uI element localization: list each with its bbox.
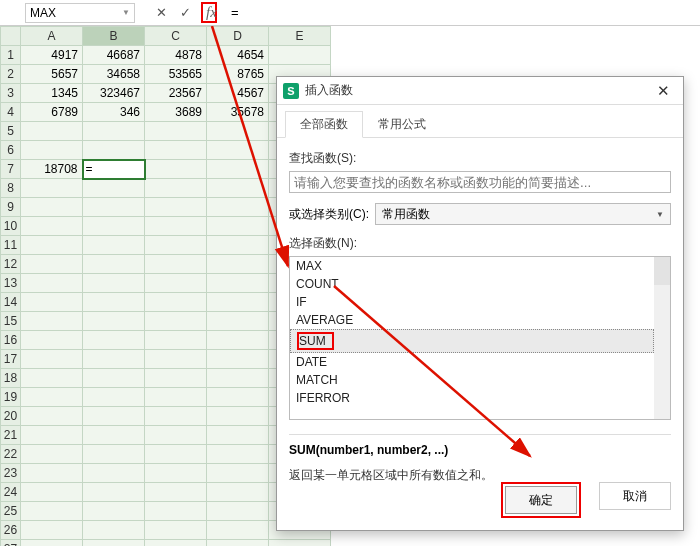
cancel-icon[interactable]: ✕ (153, 5, 169, 20)
cell-B19[interactable] (83, 388, 145, 407)
row-header-17[interactable]: 17 (1, 350, 21, 369)
formula-input[interactable] (225, 5, 700, 20)
cell-B3[interactable]: 323467 (83, 84, 145, 103)
cell-A26[interactable] (21, 521, 83, 540)
cell-D5[interactable] (207, 122, 269, 141)
cell-A23[interactable] (21, 464, 83, 483)
chevron-down-icon[interactable]: ▼ (122, 8, 130, 17)
cell-C27[interactable] (145, 540, 207, 547)
row-header-11[interactable]: 11 (1, 236, 21, 255)
cell-B18[interactable] (83, 369, 145, 388)
row-header-27[interactable]: 27 (1, 540, 21, 547)
cell-A15[interactable] (21, 312, 83, 331)
cell-D1[interactable]: 4654 (207, 46, 269, 65)
row-header-20[interactable]: 20 (1, 407, 21, 426)
row-header-18[interactable]: 18 (1, 369, 21, 388)
cell-C8[interactable] (145, 179, 207, 198)
function-item-count[interactable]: COUNT (290, 275, 654, 293)
function-item-if[interactable]: IF (290, 293, 654, 311)
cell-B10[interactable] (83, 217, 145, 236)
row-header-2[interactable]: 2 (1, 65, 21, 84)
cell-A25[interactable] (21, 502, 83, 521)
row-header-12[interactable]: 12 (1, 255, 21, 274)
cell-A1[interactable]: 4917 (21, 46, 83, 65)
row-header-7[interactable]: 7 (1, 160, 21, 179)
cell-A13[interactable] (21, 274, 83, 293)
cell-C10[interactable] (145, 217, 207, 236)
cell-A7[interactable]: 18708 (21, 160, 83, 179)
cell-B12[interactable] (83, 255, 145, 274)
cell-C17[interactable] (145, 350, 207, 369)
cell-D13[interactable] (207, 274, 269, 293)
cell-B24[interactable] (83, 483, 145, 502)
cell-A27[interactable] (21, 540, 83, 547)
cell-A3[interactable]: 1345 (21, 84, 83, 103)
cell-C14[interactable] (145, 293, 207, 312)
cell-B15[interactable] (83, 312, 145, 331)
function-item-sum[interactable]: SUM (290, 329, 654, 353)
row-header-3[interactable]: 3 (1, 84, 21, 103)
cell-A16[interactable] (21, 331, 83, 350)
cell-A17[interactable] (21, 350, 83, 369)
cell-D6[interactable] (207, 141, 269, 160)
cell-D8[interactable] (207, 179, 269, 198)
cell-B11[interactable] (83, 236, 145, 255)
cell-C3[interactable]: 23567 (145, 84, 207, 103)
row-header-10[interactable]: 10 (1, 217, 21, 236)
function-item-iferror[interactable]: IFERROR (290, 389, 654, 407)
spreadsheet[interactable]: A B C D E 149174668748784654256573465853… (0, 26, 700, 546)
cell-C5[interactable] (145, 122, 207, 141)
cell-E1[interactable] (269, 46, 331, 65)
cell-C2[interactable]: 53565 (145, 65, 207, 84)
row-header-5[interactable]: 5 (1, 122, 21, 141)
cell-B20[interactable] (83, 407, 145, 426)
cell-B22[interactable] (83, 445, 145, 464)
cell-C25[interactable] (145, 502, 207, 521)
cell-A22[interactable] (21, 445, 83, 464)
cell-C20[interactable] (145, 407, 207, 426)
cell-D24[interactable] (207, 483, 269, 502)
function-list[interactable]: MAXCOUNTIFAVERAGESUMDATEMATCHIFERROR (289, 256, 671, 420)
cell-D22[interactable] (207, 445, 269, 464)
cell-D17[interactable] (207, 350, 269, 369)
cell-D15[interactable] (207, 312, 269, 331)
cell-C21[interactable] (145, 426, 207, 445)
cell-D27[interactable] (207, 540, 269, 547)
cell-C23[interactable] (145, 464, 207, 483)
cell-C22[interactable] (145, 445, 207, 464)
cell-B17[interactable] (83, 350, 145, 369)
cell-D21[interactable] (207, 426, 269, 445)
row-header-19[interactable]: 19 (1, 388, 21, 407)
row-header-4[interactable]: 4 (1, 103, 21, 122)
cell-E27[interactable] (269, 540, 331, 547)
col-header-C[interactable]: C (145, 27, 207, 46)
cell-A2[interactable]: 5657 (21, 65, 83, 84)
cell-B23[interactable] (83, 464, 145, 483)
ok-button[interactable]: 确定 (505, 486, 577, 514)
cell-D19[interactable] (207, 388, 269, 407)
tab-all-functions[interactable]: 全部函数 (285, 111, 363, 138)
row-header-8[interactable]: 8 (1, 179, 21, 198)
cell-B16[interactable] (83, 331, 145, 350)
cell-D23[interactable] (207, 464, 269, 483)
accept-icon[interactable]: ✓ (177, 5, 193, 20)
cell-D26[interactable] (207, 521, 269, 540)
category-select[interactable]: 常用函数 ▼ (375, 203, 671, 225)
cell-D3[interactable]: 4567 (207, 84, 269, 103)
col-header-E[interactable]: E (269, 27, 331, 46)
cell-D4[interactable]: 35678 (207, 103, 269, 122)
function-item-max[interactable]: MAX (290, 257, 654, 275)
cell-C11[interactable] (145, 236, 207, 255)
cell-A11[interactable] (21, 236, 83, 255)
cell-A4[interactable]: 6789 (21, 103, 83, 122)
row-header-14[interactable]: 14 (1, 293, 21, 312)
cell-D25[interactable] (207, 502, 269, 521)
row-header-1[interactable]: 1 (1, 46, 21, 65)
cell-A20[interactable] (21, 407, 83, 426)
cell-C13[interactable] (145, 274, 207, 293)
cancel-button[interactable]: 取消 (599, 482, 671, 510)
row-header-6[interactable]: 6 (1, 141, 21, 160)
cell-D20[interactable] (207, 407, 269, 426)
cell-C12[interactable] (145, 255, 207, 274)
cell-A14[interactable] (21, 293, 83, 312)
